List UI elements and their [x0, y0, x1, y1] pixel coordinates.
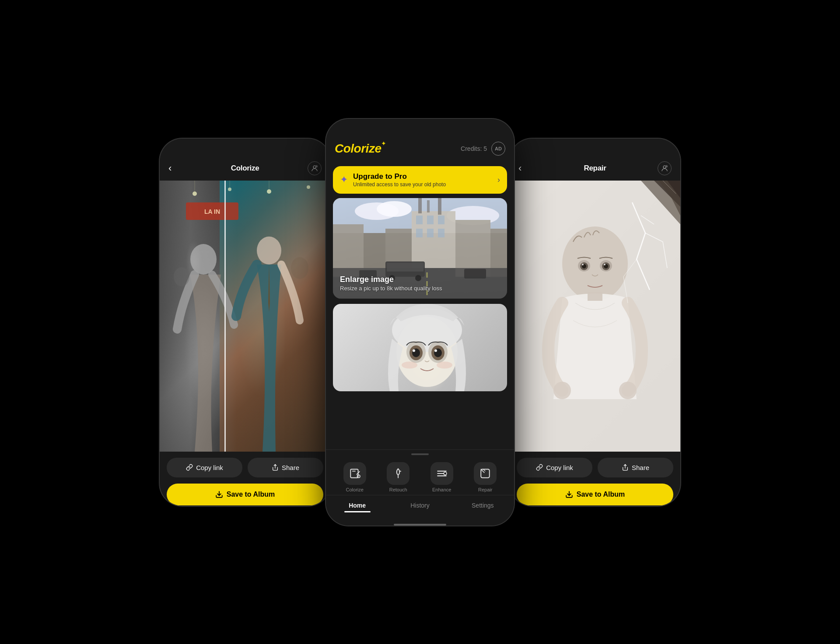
nav-item-history[interactable]: History: [388, 500, 451, 514]
svg-rect-22: [416, 216, 423, 224]
svg-point-2: [190, 244, 217, 275]
header-right: Credits: 5 AD: [461, 142, 505, 156]
left-phone: ‹ Colorize: [160, 139, 330, 506]
svg-point-4: [291, 257, 308, 279]
right-status-bar: [510, 139, 680, 158]
right-photo-area: [510, 181, 680, 452]
right-nav-bar: ‹ Repair: [510, 158, 680, 181]
svg-rect-25: [416, 229, 423, 237]
right-save-album-label: Save to Album: [577, 491, 625, 498]
right-share-label: Share: [632, 464, 649, 471]
right-avatar[interactable]: [658, 161, 672, 175]
tool-item-colorize[interactable]: Colorize: [343, 462, 366, 492]
svg-rect-39: [464, 269, 486, 278]
right-back-button[interactable]: ‹: [518, 163, 532, 174]
left-save-album-label: Save to Album: [227, 491, 275, 498]
left-copy-link-label: Copy link: [196, 464, 223, 471]
app-logo-text: Colorize: [335, 142, 381, 156]
credits-badge: Credits: 5: [461, 145, 487, 152]
tool-retouch-label: Retouch: [389, 487, 407, 492]
left-action-buttons: Copy link Share: [160, 452, 330, 482]
center-header: Colorize ✦ Credits: 5 AD: [326, 138, 514, 161]
upgrade-star-icon: ✦: [340, 174, 348, 185]
bottom-nav: Home History Settings: [326, 495, 514, 521]
left-nav-bar: ‹ Colorize: [160, 158, 330, 181]
tool-enhance-label: Enhance: [432, 487, 451, 492]
svg-rect-27: [438, 229, 444, 237]
left-avatar[interactable]: [308, 161, 322, 175]
retouch-icon: [387, 462, 410, 485]
repair-icon: [474, 462, 497, 485]
enlarge-feature-card[interactable]: Enlarge image Resize a pic up to 8k with…: [333, 198, 507, 299]
svg-point-53: [434, 349, 437, 352]
nav-item-settings[interactable]: Settings: [452, 500, 514, 514]
left-status-bar: [160, 139, 330, 158]
svg-point-58: [400, 470, 401, 471]
svg-point-74: [582, 264, 584, 265]
colorize-icon: [343, 462, 366, 485]
drag-handle: [411, 453, 429, 455]
upgrade-title: Upgrade to Pro: [353, 172, 492, 181]
svg-rect-36: [387, 263, 424, 272]
upgrade-subtitle: Unlimited access to save your old photo: [353, 181, 492, 188]
nav-item-home[interactable]: Home: [326, 500, 388, 514]
svg-point-52: [413, 349, 415, 352]
anime-feature-card[interactable]: [333, 304, 507, 391]
right-share-button[interactable]: Share: [598, 458, 673, 477]
svg-point-9: [307, 185, 310, 189]
svg-point-5: [174, 267, 189, 286]
svg-rect-78: [588, 292, 602, 301]
svg-rect-43: [438, 198, 441, 215]
center-status-bar: [326, 119, 514, 138]
right-phone: ‹ Repair: [510, 139, 680, 506]
svg-point-19: [377, 201, 412, 217]
right-action-buttons: Copy link Share: [510, 452, 680, 482]
left-save-album-button[interactable]: Save to Album: [167, 484, 323, 505]
left-share-button[interactable]: Share: [248, 458, 323, 477]
logo-star-icon: ✦: [381, 140, 386, 147]
svg-rect-41: [418, 198, 422, 213]
bottom-toolbar: Colorize Retouch: [326, 449, 514, 526]
svg-rect-26: [427, 229, 434, 237]
center-phone: Colorize ✦ Credits: 5 AD ✦ Upgrade to Pr…: [326, 119, 514, 526]
nav-home-label: Home: [349, 502, 366, 509]
tool-scroll: Colorize Retouch: [326, 457, 514, 495]
svg-point-57: [357, 475, 360, 478]
svg-text:LA IN: LA IN: [204, 208, 220, 215]
svg-point-77: [619, 382, 637, 399]
right-copy-link-button[interactable]: Copy link: [517, 458, 592, 477]
upgrade-chevron-icon: ›: [497, 175, 500, 184]
app-logo: Colorize ✦: [335, 142, 381, 156]
nav-underline: [344, 511, 371, 512]
home-indicator: [394, 524, 446, 526]
left-screen-title: Colorize: [231, 164, 259, 173]
svg-point-75: [604, 264, 606, 265]
right-copy-link-label: Copy link: [546, 464, 573, 471]
right-screen-title: Repair: [584, 164, 606, 173]
nav-settings-label: Settings: [472, 502, 494, 509]
tool-colorize-label: Colorize: [346, 487, 364, 492]
ad-badge[interactable]: AD: [491, 142, 505, 156]
left-back-button[interactable]: ‹: [168, 163, 182, 174]
tool-repair-label: Repair: [478, 487, 492, 492]
svg-rect-23: [427, 216, 434, 224]
left-copy-link-button[interactable]: Copy link: [167, 458, 242, 477]
svg-rect-42: [427, 200, 430, 212]
enhance-icon: [430, 462, 453, 485]
svg-point-54: [402, 362, 417, 369]
svg-point-55: [437, 362, 452, 369]
feature-cards: Enlarge image Resize a pic up to 8k with…: [326, 198, 514, 391]
enlarge-card-sub: Resize a pic up to 8k without quality lo…: [340, 285, 442, 292]
upgrade-text: Upgrade to Pro Unlimited access to save …: [353, 172, 492, 188]
svg-point-76: [553, 382, 571, 399]
tool-item-enhance[interactable]: Enhance: [430, 462, 453, 492]
right-save-album-button[interactable]: Save to Album: [517, 484, 673, 505]
svg-point-67: [562, 226, 628, 301]
upgrade-banner[interactable]: ✦ Upgrade to Pro Unlimited access to sav…: [333, 166, 507, 194]
tool-item-repair[interactable]: Repair: [474, 462, 497, 492]
left-share-label: Share: [282, 464, 299, 471]
left-photo-area: LA IN: [160, 181, 330, 452]
nav-history-label: History: [410, 502, 430, 509]
tool-item-retouch[interactable]: Retouch: [387, 462, 410, 492]
svg-point-3: [257, 237, 281, 265]
